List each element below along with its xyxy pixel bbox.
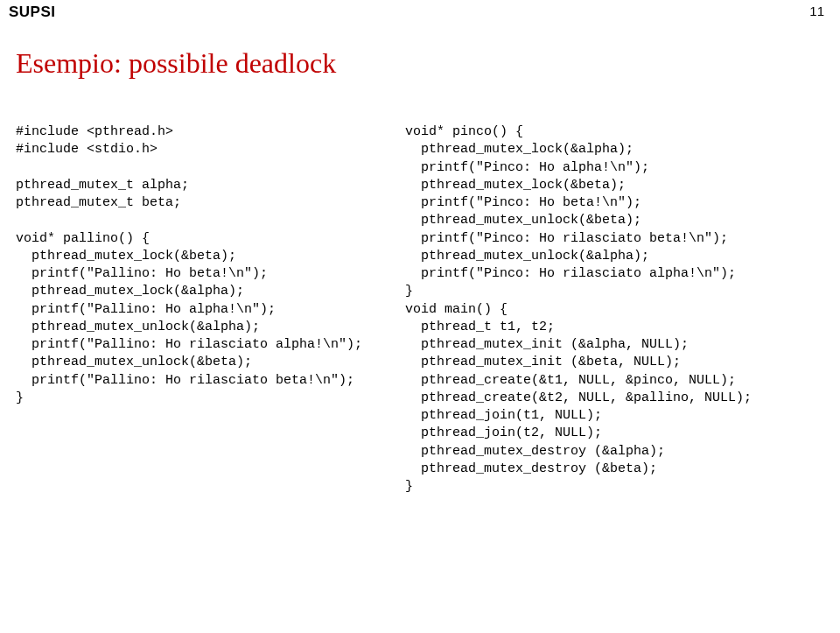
page-number: 11: [809, 4, 824, 18]
slide-title: Esempio: possibile deadlock: [16, 47, 840, 80]
slide-header: SUPSI 11: [0, 0, 840, 21]
code-right-column: void* pinco() { pthread_mutex_lock(&alph…: [405, 123, 833, 496]
code-left-column: #include <pthread.h> #include <stdio.h> …: [16, 123, 405, 496]
brand-logo: SUPSI: [9, 4, 56, 21]
code-area: #include <pthread.h> #include <stdio.h> …: [0, 123, 840, 496]
